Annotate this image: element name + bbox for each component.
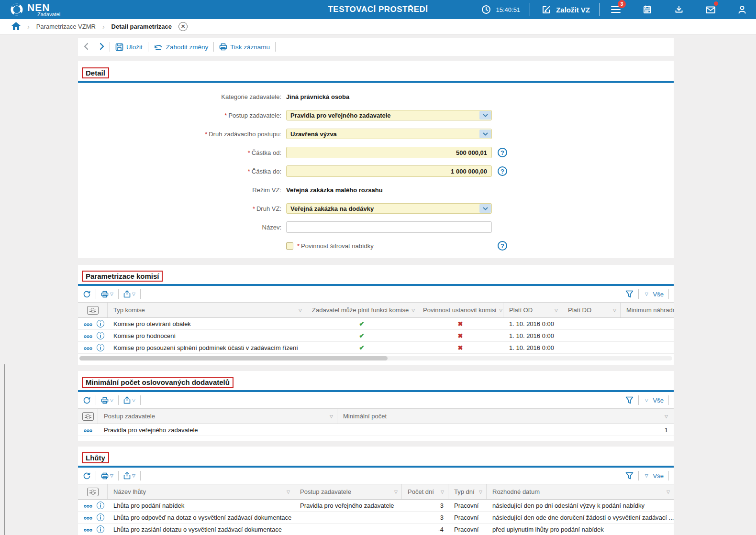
row-menu-icon[interactable] — [84, 332, 92, 339]
user-icon[interactable] — [736, 3, 748, 16]
show-all-link[interactable]: Vše — [653, 397, 664, 404]
procedure-kind-select[interactable]: Uzavřená výzva — [286, 129, 492, 139]
info-icon[interactable] — [97, 525, 104, 533]
column-header-pocet-dni[interactable]: Počet dní▽ — [402, 484, 448, 499]
column-header-nazev-lhuty[interactable]: Název lhůty▽ — [108, 484, 294, 499]
row-menu-icon[interactable] — [84, 514, 92, 521]
print-record-button[interactable]: Tisk záznamu — [219, 43, 270, 51]
chevron-down-icon[interactable]: ▽ — [110, 473, 113, 478]
row-menu-icon[interactable] — [84, 426, 92, 434]
row-menu-icon[interactable] — [84, 526, 92, 533]
filter-triangle-icon[interactable]: ▽ — [476, 490, 482, 494]
save-button[interactable]: Uložit — [115, 43, 143, 51]
column-settings-header[interactable] — [78, 409, 98, 424]
filter-triangle-icon[interactable]: ▽ — [391, 490, 398, 494]
column-header-minimum-nahradniku[interactable]: Minimum náhradn — [621, 303, 674, 317]
print-table-icon[interactable]: ▽ — [101, 397, 113, 404]
breadcrumb-item-parametrizace-vzmr[interactable]: Parametrizace VZMR — [36, 23, 96, 30]
chevron-down-icon[interactable] — [479, 130, 491, 138]
close-tab-icon[interactable]: ✕ — [178, 22, 188, 31]
column-settings-header[interactable] — [78, 303, 108, 317]
horizontal-scrollbar[interactable] — [79, 356, 672, 360]
filter-triangle-icon[interactable]: ▽ — [296, 308, 302, 313]
filter-triangle-icon[interactable]: ▽ — [662, 414, 668, 419]
row-menu-icon[interactable] — [84, 502, 92, 509]
nav-forward-button[interactable] — [100, 43, 104, 52]
filter-triangle-icon[interactable]: ▽ — [438, 490, 444, 494]
chevron-down-icon[interactable]: ▽ — [132, 292, 135, 296]
menu-icon[interactable]: 3 — [610, 3, 622, 16]
row-menu-icon[interactable] — [84, 320, 92, 328]
show-all-link[interactable]: Vše — [653, 291, 664, 298]
chevron-down-icon[interactable]: ▽ — [110, 292, 113, 296]
name-input[interactable] — [286, 221, 492, 233]
amount-from-input[interactable] — [286, 147, 492, 158]
column-header-postup-zadavatele[interactable]: Postup zadavatele▽ — [294, 484, 402, 499]
filter-triangle-icon[interactable]: ▽ — [496, 308, 502, 313]
filter-triangle-icon[interactable]: ▽ — [664, 490, 670, 494]
table-row[interactable]: Pravidla pro veřejného zadavatele 1 — [78, 424, 674, 436]
export-icon[interactable]: ▽ — [123, 396, 135, 404]
filter-triangle-icon[interactable]: ▽ — [409, 308, 415, 313]
chevron-down-icon[interactable]: ▽ — [132, 473, 135, 478]
filter-icon[interactable] — [625, 290, 634, 298]
filter-triangle-icon[interactable]: ▽ — [552, 308, 558, 313]
column-settings-header[interactable] — [78, 484, 108, 499]
column-header-postup-zadavatele[interactable]: Postup zadavatele▽ — [98, 409, 337, 424]
calendar-icon[interactable] — [641, 3, 654, 16]
table-row[interactable]: Komise pro hodnocení ✔ ✖ 1. 10. 2016 0:0… — [78, 330, 674, 342]
info-icon[interactable] — [97, 513, 104, 521]
chevron-down-icon[interactable]: ▽ — [645, 473, 648, 478]
filter-triangle-icon[interactable]: ▽ — [327, 414, 333, 419]
chevron-down-icon[interactable] — [479, 204, 491, 213]
encrypt-checkbox[interactable] — [286, 242, 293, 250]
discard-changes-button[interactable]: Zahodit změny — [154, 44, 209, 51]
refresh-icon[interactable] — [83, 472, 91, 480]
chevron-down-icon[interactable]: ▽ — [132, 398, 135, 403]
chevron-down-icon[interactable]: ▽ — [645, 292, 648, 296]
table-row[interactable]: Lhůta pro podání nabídek Pravidla pro ve… — [78, 500, 674, 512]
table-row[interactable]: Komise pro posouzení splnění podmínek úč… — [78, 342, 674, 354]
export-icon[interactable]: ▽ — [123, 290, 135, 298]
table-row[interactable]: Komise pro otevírání obálek ✔ ✖ 1. 10. 2… — [78, 318, 674, 330]
chevron-down-icon[interactable]: ▽ — [110, 398, 113, 403]
column-header-typ-dni[interactable]: Typ dní▽ — [448, 484, 487, 499]
nen-logo[interactable]: NEN Zadavatel — [10, 2, 60, 17]
help-icon[interactable]: ? — [498, 148, 507, 157]
download-icon[interactable] — [673, 3, 685, 16]
filter-triangle-icon[interactable]: ▽ — [610, 308, 616, 313]
filter-triangle-icon[interactable]: ▽ — [284, 490, 290, 494]
column-header-povinnost-ustanovit[interactable]: Povinnost ustanovit komisi▽ — [417, 303, 503, 317]
create-vz-button[interactable]: Založit VZ — [540, 3, 590, 16]
table-row[interactable]: Lhůta pro zaslání dotazu o vysvětlení za… — [78, 524, 674, 535]
row-menu-icon[interactable] — [84, 344, 92, 351]
column-header-typ-komise[interactable]: Typ komise▽ — [108, 303, 306, 317]
column-header-plati-od[interactable]: Platí OD▽ — [503, 303, 562, 317]
info-icon[interactable] — [97, 320, 104, 328]
column-header-plati-do[interactable]: Platí DO▽ — [562, 303, 621, 317]
export-icon[interactable]: ▽ — [123, 472, 135, 480]
refresh-icon[interactable] — [83, 396, 91, 404]
refresh-icon[interactable] — [83, 290, 91, 298]
print-table-icon[interactable]: ▽ — [101, 291, 113, 298]
help-icon[interactable]: ? — [498, 166, 507, 176]
amount-to-input[interactable] — [286, 165, 492, 177]
info-icon[interactable] — [97, 332, 104, 339]
show-all-link[interactable]: Vše — [653, 472, 664, 480]
mail-icon[interactable] — [704, 3, 717, 16]
filter-icon[interactable] — [625, 396, 634, 404]
chevron-down-icon[interactable] — [479, 111, 491, 120]
chevron-down-icon[interactable]: ▽ — [645, 398, 648, 403]
print-table-icon[interactable]: ▽ — [101, 472, 113, 480]
column-header-rozhodne-datum[interactable]: Rozhodné datum▽ — [487, 484, 674, 499]
help-icon[interactable]: ? — [498, 241, 507, 251]
scrollbar-thumb[interactable] — [79, 356, 388, 360]
column-header-minimalni-pocet[interactable]: Minimální počet▽ — [337, 409, 674, 424]
procedure-select[interactable]: Pravidla pro veřejného zadavatele — [286, 110, 492, 120]
info-icon[interactable] — [97, 502, 104, 509]
column-header-zadavatel-muze-plnit[interactable]: Zadavatel může plnit funkci komise▽ — [306, 303, 417, 317]
vz-kind-select[interactable]: Veřejná zakázka na dodávky — [286, 203, 492, 214]
info-icon[interactable] — [97, 344, 104, 351]
breadcrumb-item-detail-parametrizace[interactable]: Detail parametrizace — [111, 23, 172, 30]
table-row[interactable]: Lhůta pro odpověď na dotaz o vysvětlení … — [78, 512, 674, 524]
